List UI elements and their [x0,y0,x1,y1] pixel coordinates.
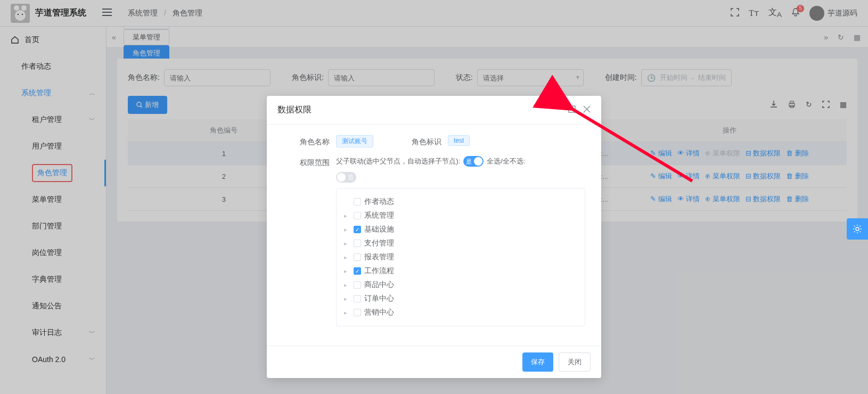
maximize-icon[interactable] [568,105,576,115]
tree-node: ▸ 商品中心 [344,278,577,292]
tree-expand-icon[interactable]: ▸ [344,282,350,289]
tree-node-label[interactable]: 工作流程 [364,266,394,276]
permission-tree: 作者动态 ▸ 系统管理 ▸ ✓ 基础设施 ▸ 支付管理 ▸ 报表管理 ▸ ✓ 工… [336,188,585,326]
tree-node: ▸ ✓ 基础设施 [344,223,577,236]
svg-rect-10 [569,106,575,112]
tree-node-label[interactable]: 基础设施 [364,225,394,234]
tree-checkbox[interactable] [354,198,361,206]
tree-node: ▸ 订单中心 [344,292,577,306]
linkage-switch-label: 是 [466,158,472,166]
tree-node-label[interactable]: 报表管理 [364,252,394,262]
tree-checkbox[interactable] [354,281,361,289]
tree-node: ▸ ✓ 工作流程 [344,264,577,278]
tree-expand-icon[interactable]: ▸ [344,268,350,275]
tree-checkbox[interactable] [354,253,361,261]
tree-node: ▸ 系统管理 [344,209,577,223]
close-icon[interactable] [583,105,591,115]
tree-node-label[interactable]: 作者动态 [364,197,394,207]
tree-expand-icon[interactable]: ▸ [344,212,350,219]
tree-expand-icon[interactable]: ▸ [344,309,350,316]
tree-node: ▸ 报表管理 [344,250,577,264]
tree-node: 作者动态 [344,195,577,209]
tree-checkbox[interactable] [354,309,361,316]
tree-checkbox[interactable] [354,212,361,219]
gear-icon [853,224,862,234]
modal-title: 数据权限 [277,104,312,116]
tree-expand-icon[interactable]: ▸ [344,226,350,233]
tree-expand-icon[interactable]: ▸ [344,254,350,261]
modal-role-name-value: 测试账号 [336,135,373,147]
tree-checkbox[interactable] [354,295,361,302]
modal-scope-label: 权限范围 [283,156,336,168]
linkage-switch[interactable]: 是 [463,156,484,167]
save-button[interactable]: 保存 [522,352,553,372]
select-all-switch-label: 否 [348,174,354,182]
select-all-switch[interactable]: 否 [336,172,356,183]
tree-node-label[interactable]: 订单中心 [364,294,394,303]
tree-checkbox[interactable] [354,240,361,247]
modal-role-key-label: 角色标识 [405,135,448,147]
tree-checkbox[interactable]: ✓ [354,267,361,275]
linkage-text: 父子联动(选中父节点，自动选择子节点): [336,157,460,166]
tree-node-label[interactable]: 商品中心 [364,280,394,290]
tree-node-label[interactable]: 支付管理 [364,239,394,248]
select-all-label: 全选/全不选: [487,157,525,166]
modal-role-name-label: 角色名称 [283,135,336,147]
modal-role-key-value: test [448,135,470,146]
data-permission-modal: 数据权限 角色名称 测试账号 角色标识 test 权限范围 父子联动(选中父节点… [267,96,601,378]
tree-node: ▸ 营销中心 [344,306,577,319]
tree-node-label[interactable]: 营销中心 [364,308,394,317]
tree-node-label[interactable]: 系统管理 [364,211,394,220]
tree-expand-icon[interactable]: ▸ [344,296,350,302]
settings-float-button[interactable] [847,218,868,240]
tree-expand-icon[interactable]: ▸ [344,240,350,247]
tree-node: ▸ 支付管理 [344,236,577,250]
svg-point-12 [856,227,859,231]
cancel-button[interactable]: 关闭 [559,352,591,372]
tree-checkbox[interactable]: ✓ [354,226,361,233]
